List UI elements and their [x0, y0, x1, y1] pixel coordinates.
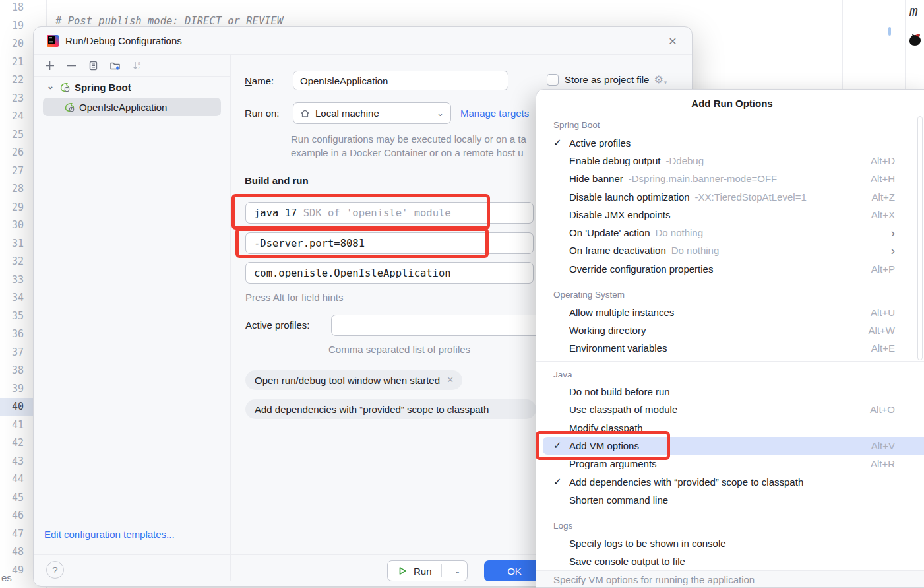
menu-item-use-classpath-of-module[interactable]: Use classpath of module Alt+O	[536, 401, 924, 418]
editor-text-fragment-bottom: es	[1, 572, 12, 583]
name-value: OpenIsleApplication	[300, 75, 388, 86]
shortcut-label: Alt+W	[869, 325, 895, 336]
menu-item-label: Override configuration properties	[569, 263, 713, 275]
submenu-chevron-icon: ›	[891, 244, 895, 257]
store-as-project-file-checkbox[interactable]	[547, 74, 559, 86]
bird-logo-icon	[908, 32, 923, 48]
new-folder-icon[interactable]	[109, 60, 121, 71]
annotation-rect-add-vm-options	[536, 431, 670, 460]
play-icon	[397, 566, 408, 576]
menu-item-disable-launch-optimization[interactable]: Disable launch optimization -XX:TieredSt…	[536, 187, 924, 205]
menu-item-enable-debug-output[interactable]: Enable debug output -Ddebug Alt+D	[536, 152, 924, 170]
copy-configuration-icon[interactable]	[88, 60, 99, 71]
menu-item-label: Shorten command line	[569, 494, 668, 506]
chip-provided-scope[interactable]: Add dependencies with “provided” scope t…	[245, 399, 536, 419]
tree-node-label: Spring Boot	[75, 82, 131, 93]
configurations-tree: ⌄ Spring Boot OpenIsleApplication	[34, 79, 230, 116]
editor-divider-line	[842, 0, 843, 90]
add-configuration-icon[interactable]	[44, 60, 55, 71]
checkmark-icon: ✓	[553, 137, 569, 148]
menu-item-label: Add dependencies with “provided” scope t…	[569, 476, 803, 488]
gear-icon[interactable]: ⚙	[654, 73, 663, 86]
menu-item-label: Enable debug output	[569, 155, 660, 166]
remove-configuration-icon[interactable]	[66, 60, 77, 71]
store-as-project-file-label: Store as project file	[565, 74, 649, 85]
editor-scrollbar-track	[905, 0, 906, 90]
menu-item-label: Hide banner	[569, 173, 623, 184]
scrollbar-marker	[888, 27, 891, 36]
menu-item-shorten-command-line[interactable]: Shorten command line	[536, 491, 924, 509]
configurations-toolbar: a z	[34, 55, 230, 77]
menu-item-label: Save console output to file	[569, 556, 685, 567]
manage-targets-link[interactable]: Manage targets	[460, 108, 529, 119]
menu-item-active-profiles[interactable]: ✓ Active profiles	[536, 134, 924, 152]
menu-item-add-provided-scope-dependencies[interactable]: ✓ Add dependencies with “provided” scope…	[536, 473, 924, 490]
menu-section-operating-system: Operating System	[536, 286, 924, 304]
tree-node-label: OpenIsleApplication	[79, 102, 167, 113]
menu-section-spring-boot: Spring Boot	[536, 117, 924, 134]
menu-item-specify-logs-console[interactable]: Specify logs to be shown in console	[536, 535, 924, 552]
svg-text:a: a	[138, 61, 140, 65]
menu-item-disable-jmx-endpoints[interactable]: Disable JMX endpoints Alt+X	[536, 206, 924, 224]
run-button[interactable]: Run ⌄	[387, 560, 468, 581]
chevron-down-icon[interactable]: ⌄	[448, 566, 461, 575]
menu-item-environment-variables[interactable]: Environment variables Alt+E	[536, 339, 924, 357]
popup-scrollbar[interactable]	[917, 116, 923, 360]
run-on-label: Run on:	[245, 108, 280, 119]
chevron-down-icon[interactable]: ⌄	[47, 81, 54, 91]
edit-configuration-templates-link[interactable]: Edit configuration templates...	[44, 529, 175, 540]
submenu-chevron-icon: ›	[891, 226, 895, 239]
remove-chip-icon[interactable]: ×	[447, 374, 453, 386]
annotation-rect-vm-options-field	[235, 228, 489, 258]
name-label: Name:	[245, 75, 274, 86]
menu-item-hide-banner[interactable]: Hide banner -Dspring.main.banner-mode=OF…	[536, 170, 924, 187]
alt-field-hint: Press Alt for field hints	[245, 292, 343, 303]
button-divider	[441, 564, 442, 577]
menu-item-working-directory[interactable]: Working directory Alt+W	[536, 321, 924, 339]
menu-item-allow-multiple-instances[interactable]: Allow multiple instances Alt+U	[536, 303, 924, 321]
menu-item-label: Use classpath of module	[569, 404, 677, 415]
menu-item-label: Working directory	[569, 325, 646, 336]
editor-comment-line: # Post publish mode: DIRECT or REVIEW	[55, 15, 283, 27]
close-icon[interactable]: ×	[664, 32, 681, 49]
shortcut-label: Alt+V	[871, 440, 895, 451]
help-button[interactable]: ?	[46, 561, 64, 579]
active-profiles-input[interactable]	[331, 315, 567, 336]
menu-item-label: Specify logs to be shown in console	[569, 538, 726, 549]
editor-text-fragment-top: m	[909, 3, 918, 19]
shortcut-label: Alt+Z	[872, 191, 895, 203]
menu-item-on-update-action[interactable]: On 'Update' action Do nothing ›	[536, 224, 924, 242]
chip-label: Add dependencies with “provided” scope t…	[255, 404, 489, 415]
tree-node-spring-boot[interactable]: ⌄ Spring Boot	[34, 79, 230, 96]
menu-item-save-console-output[interactable]: Save console output to file	[536, 552, 924, 570]
caret-down-icon: ▾	[664, 79, 667, 86]
shortcut-label: Alt+U	[871, 307, 895, 318]
annotation-rect-jre-field	[231, 194, 490, 230]
shortcut-label: Alt+O	[870, 404, 895, 415]
menu-item-label: Environment variables	[569, 343, 667, 354]
menu-separator	[536, 513, 924, 513]
menu-separator	[536, 361, 924, 362]
chip-open-tool-window[interactable]: Open run/debug tool window when started …	[245, 370, 462, 390]
main-class-field[interactable]: com.openisle.OpenIsleApplication	[245, 262, 534, 284]
checkmark-icon: ✓	[553, 476, 569, 488]
store-as-project-file-row[interactable]: Store as project file ⚙ ▾	[547, 73, 667, 86]
main-class-value: com.openisle.OpenIsleApplication	[254, 267, 451, 279]
run-on-select[interactable]: Local machine ⌄	[293, 102, 451, 124]
menu-item-do-not-build-before-run[interactable]: Do not build before run	[536, 383, 924, 401]
name-input[interactable]: OpenIsleApplication	[293, 71, 508, 90]
svg-text:z: z	[138, 65, 140, 70]
shortcut-label: Alt+P	[871, 263, 895, 275]
menu-section-logs: Logs	[536, 517, 924, 535]
menu-item-override-configuration-properties[interactable]: Override configuration properties Alt+P	[536, 259, 924, 277]
sort-alphabetically-icon[interactable]: a z	[131, 60, 142, 71]
menu-item-on-frame-deactivation[interactable]: On frame deactivation Do nothing ›	[536, 242, 924, 259]
add-run-options-popup: Add Run Options Spring Boot ✓ Active pro…	[536, 89, 924, 588]
menu-item-label: Do not build before run	[569, 386, 670, 397]
menu-item-hint: -XX:TieredStopAtLevel=1	[695, 191, 807, 203]
intellij-idea-icon	[47, 35, 59, 47]
chip-label: Open run/debug tool window when started	[255, 375, 440, 386]
shortcut-label: Alt+E	[871, 343, 895, 354]
home-icon	[300, 108, 310, 118]
tree-node-openisleapplication-selected[interactable]: OpenIsleApplication	[43, 98, 221, 116]
